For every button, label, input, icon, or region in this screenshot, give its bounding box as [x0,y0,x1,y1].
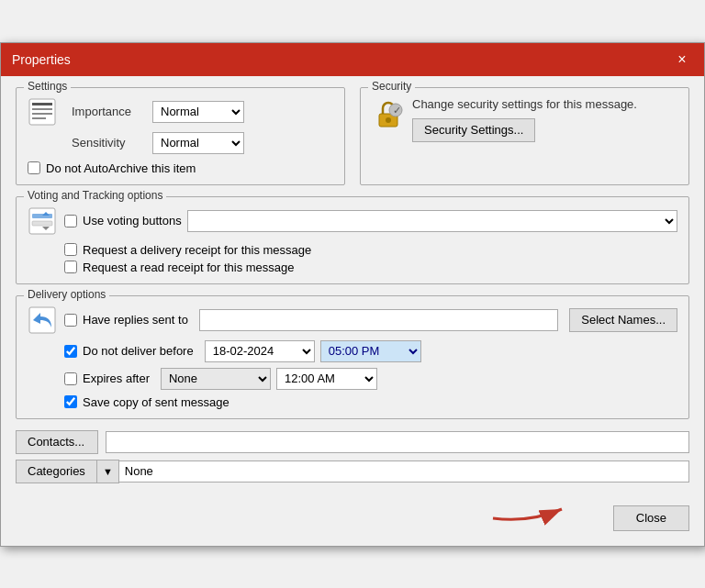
replies-input[interactable] [199,309,558,331]
read-receipt-label: Request a read receipt for this message [83,261,295,274]
voting-row: Use voting buttons Approve;Reject Yes;No… [28,206,677,236]
svg-point-6 [386,117,391,123]
delivery-section: Delivery options Have replies sent to Se… [16,295,689,419]
lock-icon: ✓ [372,97,405,130]
expires-label: Expires after [83,372,150,385]
categories-button[interactable]: Categories [16,460,96,483]
svg-rect-11 [32,221,52,226]
sensitivity-select[interactable]: Normal Personal Private Confidential [152,132,244,154]
replies-checkbox[interactable] [64,314,77,327]
security-description: Change security settings for this messag… [412,97,637,111]
svg-rect-10 [32,214,52,218]
security-section: Security ✓ Change security settings for … [360,87,689,185]
importance-label: Importance [72,105,145,118]
security-info: Change security settings for this messag… [412,97,637,142]
replies-row: Have replies sent to Select Names... [64,308,677,332]
voting-controls: Use voting buttons Approve;Reject Yes;No… [64,210,677,232]
delivery-receipt-label: Request a delivery receipt for this mess… [83,243,311,257]
sensitivity-row: Sensitivity Normal Personal Private Conf… [28,132,333,154]
use-voting-label: Use voting buttons [83,214,182,227]
expires-checkbox[interactable] [64,372,77,385]
categories-arrow-button[interactable]: ▼ [96,460,119,483]
tracking-checks: Request a delivery receipt for this mess… [28,243,677,274]
autoarchive-row: Do not AutoArchive this item [28,161,333,175]
autoarchive-label: Do not AutoArchive this item [46,161,196,175]
security-settings-button[interactable]: Security Settings... [412,118,535,142]
read-receipt-row: Request a read receipt for this message [64,261,677,274]
svg-rect-4 [32,117,46,119]
reply-icon [28,305,57,335]
dialog-footer: Close [1,498,704,546]
save-copy-label: Save copy of sent message [83,395,229,409]
sensitivity-label: Sensitivity [72,136,145,150]
use-voting-checkbox[interactable] [64,215,77,227]
properties-dialog: Properties × Settings Importance [0,42,705,547]
voting-icon [28,206,57,236]
contacts-button[interactable]: Contacts... [16,430,98,454]
contacts-categories-section: Contacts... Categories ▼ [16,430,689,483]
contacts-input[interactable] [106,431,689,453]
deliver-time-select[interactable]: 05:00 PM [320,340,421,362]
delivery-section-label: Delivery options [24,288,109,301]
arrow-annotation [484,491,576,527]
svg-text:✓: ✓ [393,105,401,116]
voting-section-label: Voting and Tracking options [24,189,166,202]
voting-dropdown[interactable]: Approve;Reject Yes;No Yes;No;Maybe [187,210,677,232]
deliver-date-select[interactable]: 18-02-2024 [205,340,315,362]
dialog-title: Properties [12,52,71,67]
autoarchive-checkbox[interactable] [28,161,40,174]
select-names-button[interactable]: Select Names... [569,308,677,332]
settings-section-label: Settings [24,80,71,93]
categories-btn-group: Categories ▼ [16,460,119,483]
importance-row: Importance Normal Low High [28,97,333,127]
close-button[interactable]: Close [613,505,689,531]
security-section-label: Security [368,80,415,93]
replies-section-row: Have replies sent to Select Names... [28,305,677,335]
top-sections: Settings Importance Normal Low High [16,87,689,196]
replies-label: Have replies sent to [83,313,188,327]
delivery-receipt-row: Request a delivery receipt for this mess… [64,243,677,257]
voting-section: Voting and Tracking options Use voting b… [16,196,689,284]
categories-row: Categories ▼ [16,460,689,483]
svg-rect-1 [32,103,52,105]
read-receipt-checkbox[interactable] [64,261,77,273]
close-arrow-svg [484,491,576,527]
save-copy-row: Save copy of sent message [28,395,677,409]
security-content: ✓ Change security settings for this mess… [372,97,677,142]
contacts-row: Contacts... [16,430,689,454]
deliver-before-checkbox[interactable] [64,345,77,358]
deliver-before-row: Do not deliver before 18-02-2024 05:00 P… [28,340,677,362]
close-title-button[interactable]: × [671,49,693,71]
deliver-before-label: Do not deliver before [83,344,194,358]
importance-icon [28,97,57,127]
expires-time-select[interactable]: 12:00 AM [276,368,377,390]
expires-date-select[interactable]: None [161,368,271,390]
svg-rect-3 [32,113,52,115]
importance-select[interactable]: Normal Low High [152,101,244,123]
expires-row: Expires after None 12:00 AM [28,368,677,390]
title-bar: Properties × [1,43,704,76]
dialog-body: Settings Importance Normal Low High [1,76,704,498]
delivery-receipt-checkbox[interactable] [64,243,77,256]
categories-input[interactable] [119,460,689,483]
svg-rect-2 [32,108,52,110]
save-copy-checkbox[interactable] [64,395,77,408]
settings-section: Settings Importance Normal Low High [16,87,345,185]
